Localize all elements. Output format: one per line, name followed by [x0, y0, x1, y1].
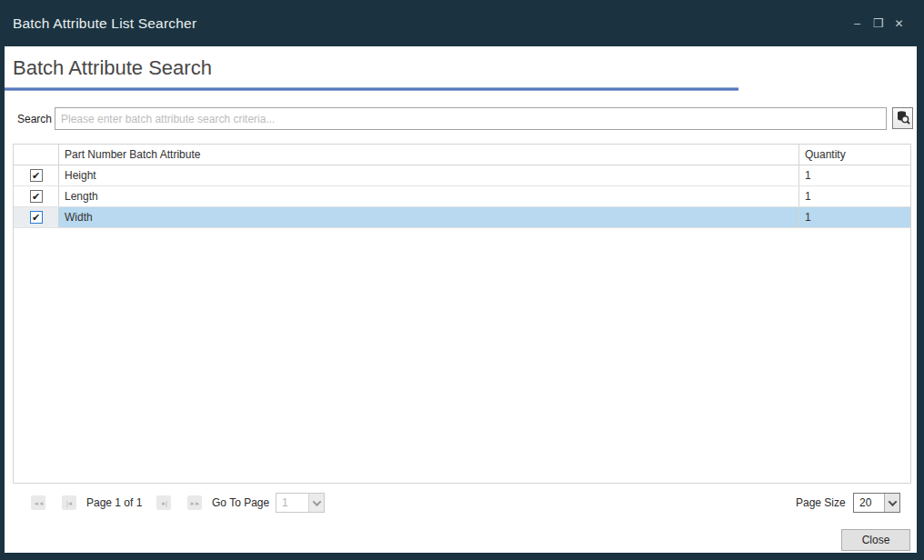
page-size-label: Page Size [796, 496, 846, 509]
table-row-selected[interactable]: ✔ Width 1 [14, 207, 910, 228]
quantity-cell: 1 [799, 207, 910, 227]
search-database-icon [896, 110, 910, 127]
search-label: Search [8, 113, 52, 125]
chevron-down-icon[interactable] [308, 494, 324, 512]
goto-page-combobox[interactable]: 1 [276, 493, 325, 513]
attribute-cell: Length [59, 186, 799, 206]
goto-page-value: 1 [276, 494, 308, 512]
page-indicator: Page 1 of 1 [86, 496, 142, 509]
minimize-icon[interactable]: – [849, 14, 866, 34]
page-title: Batch Attribute Search [13, 56, 212, 80]
page-size-combobox[interactable]: 20 [853, 493, 900, 513]
row-checkbox[interactable]: ✔ [30, 190, 43, 203]
next-page-button[interactable]: ►| [156, 495, 171, 510]
last-page-button[interactable]: ►► [187, 495, 202, 510]
previous-page-button[interactable]: |◄ [62, 495, 76, 510]
close-icon[interactable]: ✕ [890, 14, 908, 34]
header-checkbox-column [14, 145, 59, 165]
window-title: Batch Attribute List Searcher [13, 0, 196, 46]
dialog-content: Batch Attribute Search Search Part Numbe… [5, 46, 917, 553]
quantity-cell: 1 [799, 186, 910, 206]
first-page-button[interactable]: ◄◄ [31, 495, 45, 510]
window-controls: – ❒ ✕ [849, 0, 908, 46]
table-row[interactable]: ✔ Height 1 [14, 165, 910, 186]
quantity-cell: 1 [799, 165, 910, 185]
search-input[interactable] [55, 107, 887, 130]
attribute-cell: Height [59, 165, 799, 185]
title-bar: Batch Attribute List Searcher – ❒ ✕ [0, 0, 924, 46]
goto-page-label: Go To Page [212, 496, 269, 509]
attribute-cell: Width [59, 207, 799, 227]
close-button[interactable]: Close [841, 529, 910, 551]
header-attribute-column: Part Number Batch Attribute [59, 145, 799, 165]
chevron-down-icon[interactable] [884, 494, 899, 512]
page-size-value: 20 [854, 494, 884, 512]
attribute-table: Part Number Batch Attribute Quantity ✔ H… [13, 144, 911, 484]
row-checkbox[interactable]: ✔ [30, 169, 43, 182]
table-row[interactable]: ✔ Length 1 [14, 186, 910, 207]
maximize-icon[interactable]: ❒ [869, 14, 887, 34]
accent-divider [5, 87, 738, 91]
table-header-row: Part Number Batch Attribute Quantity [14, 145, 910, 165]
search-database-button[interactable] [892, 107, 913, 129]
header-quantity-column: Quantity [799, 145, 910, 165]
row-checkbox[interactable]: ✔ [30, 211, 43, 224]
